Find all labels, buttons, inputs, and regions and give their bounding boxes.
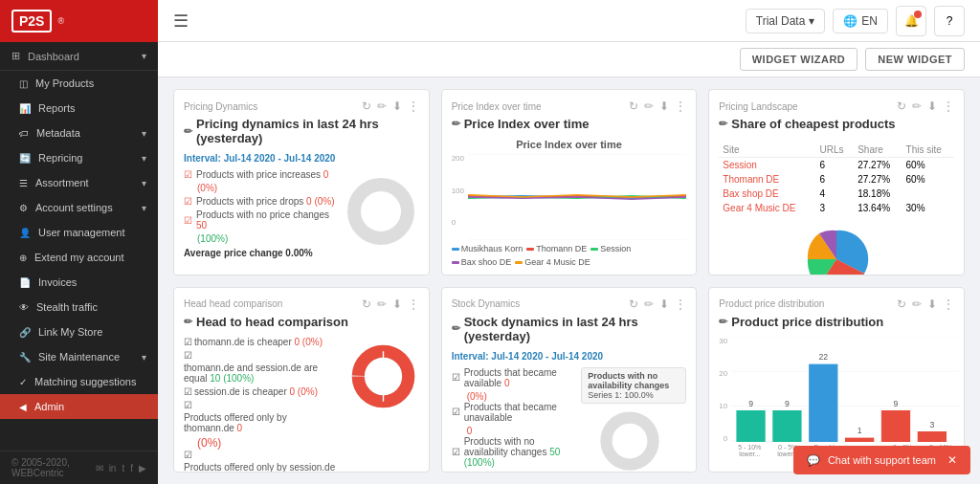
facebook-icon[interactable]: f	[130, 463, 133, 473]
trial-data-button[interactable]: Trial Data ▾	[746, 9, 826, 33]
widget-title: ✏ Product price distribution	[719, 315, 954, 329]
pricing-dynamics-widget: Pricing Dynamics ↻ ✏ ⬇ ⋮ ✏ Pricing dynam…	[173, 89, 430, 275]
svg-rect-23	[845, 437, 874, 441]
refresh-icon[interactable]: ↻	[629, 99, 638, 113]
more-icon[interactable]: ⋮	[675, 99, 686, 113]
svg-text:9: 9	[785, 398, 790, 407]
refresh-icon[interactable]: ↻	[362, 99, 371, 113]
sidebar-item-matching[interactable]: ✓ Matching suggestions	[0, 369, 158, 394]
sidebar-item-admin[interactable]: ◀ Admin	[0, 394, 158, 419]
toolbar: WIDGET WIZARD NEW WIDGET	[158, 42, 980, 77]
table-row: Thomann DE 6 27.27% 60%	[719, 172, 954, 187]
svg-text:9: 9	[748, 398, 753, 407]
sidebar-dashboard[interactable]: ⊞ Dashboard ▾	[0, 42, 158, 71]
more-icon[interactable]: ⋮	[408, 99, 419, 113]
hh-row: ☑thomann.de is cheaper 0 (0%)	[184, 337, 340, 347]
hh-row: ☑Products offered only by thomann.de 0	[184, 400, 340, 433]
table-row: Session 6 27.27% 60%	[719, 158, 954, 173]
help-icon: ?	[947, 14, 953, 28]
notification-button[interactable]: 🔔	[896, 6, 926, 36]
svg-text:22: 22	[819, 352, 829, 362]
sd-row: ☑Products that became available 0	[452, 367, 568, 388]
pd-interval: Interval: Jul-14 2020 - Jul-14 2020	[184, 153, 419, 164]
widget-title: ✏ Stock dynamics in last 24 hrs (yesterd…	[452, 315, 687, 343]
more-icon[interactable]: ⋮	[943, 297, 954, 311]
edit-icon[interactable]: ✏	[644, 99, 654, 113]
linkedin-icon[interactable]: in	[109, 463, 117, 473]
widget-category: Head head comparison	[184, 298, 282, 309]
hamburger-menu[interactable]: ☰	[173, 11, 189, 32]
sd-row: ☑Products with no availability changes 5…	[452, 436, 568, 468]
main-content: ☰ Trial Data ▾ 🌐 EN 🔔 ? WIDGET WIZARD NE…	[158, 0, 980, 484]
download-icon[interactable]: ⬇	[659, 99, 669, 113]
sidebar-item-user-management[interactable]: 👤 User management	[0, 220, 158, 245]
stock-donut-chart	[596, 407, 663, 473]
widget-category: Pricing Landscape	[719, 101, 797, 112]
price-drops-row: ☑ Products with price drops 0 (0%)	[184, 196, 335, 207]
widget-category: Stock Dynamics	[452, 298, 521, 309]
sidebar-item-link-store[interactable]: 🔗 Link My Store	[0, 319, 158, 344]
dashboard-grid: Pricing Dynamics ↻ ✏ ⬇ ⋮ ✏ Pricing dynam…	[158, 77, 980, 484]
svg-rect-27	[918, 431, 947, 442]
svg-rect-17	[737, 410, 766, 442]
sidebar-item-assortment[interactable]: ☰Assortment ▾	[0, 170, 158, 195]
download-icon[interactable]: ⬇	[927, 99, 937, 113]
table-row: Bax shop DE 4 18.18%	[719, 187, 954, 201]
help-button[interactable]: ?	[934, 6, 965, 36]
hh-row: ☑thomann.de and session.de are equal 10 …	[184, 350, 340, 384]
sidebar-item-my-products[interactable]: ◫ My Products	[0, 71, 158, 96]
svg-text:9: 9	[894, 398, 899, 407]
price-index-widget: Price Index over time ↻ ✏ ⬇ ⋮ ✏ Price In…	[441, 89, 698, 275]
sidebar-item-extend[interactable]: ⊕ Extend my account	[0, 245, 158, 270]
sidebar-item-reports[interactable]: 📊 Reports	[0, 96, 158, 121]
download-icon[interactable]: ⬇	[659, 297, 669, 311]
stock-dynamics-content: ☑Products that became available 0 (0%) ☑…	[452, 367, 687, 473]
pricing-landscape-pie	[719, 221, 954, 275]
topbar: ☰ Trial Data ▾ 🌐 EN 🔔 ?	[158, 0, 980, 42]
product-price-dist-widget: Product price distribution ↻ ✏ ⬇ ⋮ ✏ Pro…	[708, 287, 965, 473]
widget-title: ✏ Head to head comparison	[184, 315, 419, 329]
widget-category: Product price distribution	[719, 298, 824, 309]
email-icon[interactable]: ✉	[96, 463, 103, 473]
chat-support-widget[interactable]: 💬 Chat with support team ✕	[793, 446, 970, 474]
svg-rect-19	[773, 410, 802, 442]
sd-note: Products with no availability changes Se…	[581, 367, 686, 404]
more-icon[interactable]: ⋮	[943, 99, 954, 113]
chat-close-button[interactable]: ✕	[947, 453, 957, 467]
edit-icon[interactable]: ✏	[912, 99, 922, 113]
refresh-icon[interactable]: ↻	[897, 99, 906, 113]
avg-price-change: Average price change 0.00%	[184, 248, 335, 258]
pricing-donut-chart	[343, 173, 419, 250]
edit-icon[interactable]: ✏	[644, 297, 654, 311]
download-icon[interactable]: ⬇	[392, 99, 402, 113]
sidebar-item-account-settings[interactable]: ⚙Account settings ▾	[0, 195, 158, 220]
refresh-icon[interactable]: ↻	[897, 297, 906, 311]
sidebar-item-metadata[interactable]: 🏷Metadata ▾	[0, 121, 158, 145]
download-icon[interactable]: ⬇	[927, 297, 937, 311]
download-icon[interactable]: ⬇	[392, 297, 402, 311]
twitter-icon[interactable]: t	[122, 463, 124, 473]
logo-reg: ®	[57, 16, 64, 26]
refresh-icon[interactable]: ↻	[362, 297, 371, 311]
widget-title: ✏ Pricing dynamics in last 24 hrs (yeste…	[184, 117, 419, 145]
sidebar-item-stealth[interactable]: 👁 Stealth traffic	[0, 295, 158, 319]
refresh-icon[interactable]: ↻	[629, 297, 638, 311]
edit-icon[interactable]: ✏	[377, 99, 387, 113]
widget-wizard-button[interactable]: WIDGET WIZARD	[740, 48, 858, 71]
more-icon[interactable]: ⋮	[408, 297, 419, 311]
youtube-icon[interactable]: ▶	[139, 463, 146, 473]
table-row: Gear 4 Music DE 3 13.64% 30%	[719, 201, 954, 215]
pricing-landscape-table: Site URLs Share This site Session 6 27.2…	[719, 143, 954, 215]
new-widget-button[interactable]: NEW WIDGET	[865, 48, 965, 71]
sidebar-item-site-maintenance[interactable]: 🔧Site Maintenance ▾	[0, 344, 158, 369]
svg-rect-21	[809, 363, 837, 441]
no-price-changes-row: ☑ Products with no price changes 50	[184, 209, 335, 231]
more-icon[interactable]: ⋮	[675, 297, 686, 311]
edit-icon[interactable]: ✏	[377, 297, 387, 311]
sidebar-item-repricing[interactable]: 🔄Repricing ▾	[0, 145, 158, 170]
price-index-chart-area: Price Index over time 200 100 0	[452, 139, 687, 267]
svg-point-12	[607, 417, 654, 464]
language-button[interactable]: 🌐 EN	[833, 9, 888, 33]
edit-icon[interactable]: ✏	[912, 297, 922, 311]
sidebar-item-invoices[interactable]: 📄 Invoices	[0, 270, 158, 295]
